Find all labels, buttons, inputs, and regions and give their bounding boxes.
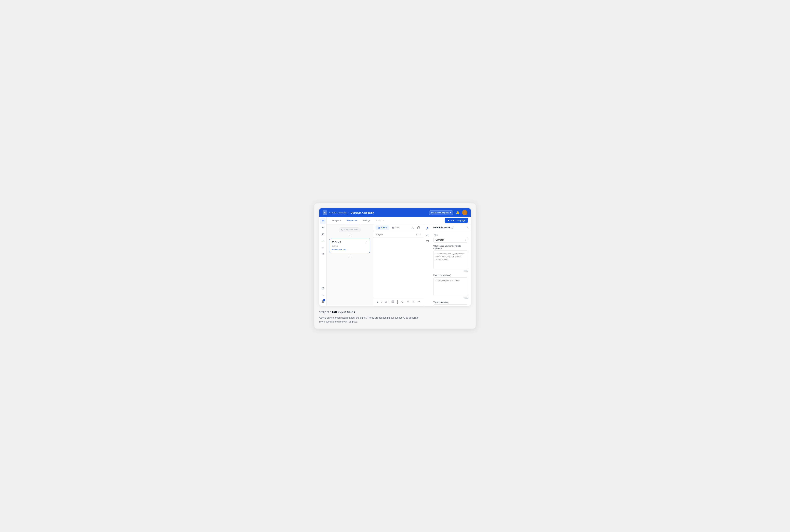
- svg-rect-25: [426, 241, 429, 242]
- tab-settings[interactable]: Settings: [360, 217, 373, 224]
- sidebar-item-chart[interactable]: [320, 245, 326, 250]
- side-icon-magic[interactable]: [425, 225, 430, 231]
- side-icon-person[interactable]: [425, 232, 430, 238]
- below-description: User's enter certain details about the e…: [319, 316, 421, 324]
- pain-point-textarea[interactable]: [433, 278, 468, 296]
- toolbar-italic[interactable]: I: [380, 300, 383, 304]
- svg-point-1: [463, 213, 466, 215]
- breadcrumb-arrow: ›: [349, 211, 350, 214]
- sidebar-item-clock[interactable]: [320, 285, 326, 291]
- breadcrumb-parent[interactable]: Create Campaign: [329, 211, 347, 214]
- sidebar-item-send[interactable]: [320, 225, 326, 231]
- sidebar-item-user-plus[interactable]: [320, 292, 326, 298]
- svg-point-0: [464, 211, 466, 213]
- tab-analytics: Analytics: [373, 217, 387, 224]
- svg-point-17: [412, 227, 413, 228]
- panel-editor: Editor Test: [373, 224, 424, 306]
- sidebar-item-users[interactable]: [320, 231, 326, 237]
- content-area: Prospects Sequences Settings Analytics: [326, 217, 471, 306]
- editor-subject-row: { } ⧉: [373, 231, 424, 238]
- editor-tabs: Editor Test: [373, 224, 424, 231]
- avatar: [462, 210, 467, 215]
- sequence-start: Sequence Start: [339, 227, 361, 232]
- app-window: Create Campaign › Outreach Campaign Dave…: [319, 208, 471, 306]
- start-campaign-button[interactable]: Start Campaign: [445, 218, 468, 223]
- svg-point-3: [322, 233, 323, 234]
- pain-point-group: Pain point (optional) 0/600: [433, 274, 468, 299]
- side-icon-chat[interactable]: [425, 239, 430, 245]
- sidebar-bottom: 8: [320, 285, 326, 304]
- editor-copy-btn[interactable]: [416, 225, 421, 230]
- outer-wrapper: Create Campaign › Outreach Campaign Dave…: [314, 203, 476, 329]
- step-1-delete[interactable]: [365, 241, 368, 244]
- header-right: Dave's Workspace ▾ 🔔: [429, 210, 467, 215]
- svg-rect-14: [332, 241, 334, 243]
- toolbar-font[interactable]: A: [384, 300, 388, 304]
- svg-rect-19: [417, 227, 419, 229]
- workspace-label: Dave's Workspace: [431, 211, 449, 214]
- toolbar-code[interactable]: <>: [417, 300, 421, 303]
- toolbar-table[interactable]: [391, 300, 395, 304]
- generate-close-button[interactable]: ×: [466, 226, 468, 229]
- editor-body[interactable]: [373, 238, 424, 298]
- badge-count: 8: [323, 299, 325, 302]
- toolbar-link[interactable]: [411, 300, 416, 304]
- sidebar-item-inbox[interactable]: [320, 238, 326, 244]
- add-step-top[interactable]: +: [348, 233, 352, 237]
- step-1-subject: Subject: [332, 245, 368, 247]
- sidebar-item-settings[interactable]: [320, 251, 326, 257]
- main-layout: 8 Prospects Sequences Settings: [319, 217, 471, 306]
- panel-sequence: Sequence Start +: [326, 224, 373, 306]
- toolbar-person[interactable]: [406, 300, 410, 304]
- step-1-ab-test[interactable]: + + Add A/B Test: [332, 248, 368, 251]
- editor-personalize-btn[interactable]: [410, 225, 415, 230]
- include-textarea[interactable]: [433, 250, 468, 269]
- tabs-bar: Prospects Sequences Settings Analytics: [326, 217, 471, 224]
- breadcrumb-current: Outreach Campaign: [351, 211, 374, 214]
- svg-marker-12: [448, 220, 449, 221]
- svg-point-28: [452, 227, 452, 227]
- type-label: Type: [433, 234, 468, 236]
- subject-input[interactable]: [376, 233, 416, 236]
- editor-subject-icons: { } ⧉: [416, 233, 421, 236]
- sidebar-item-badge[interactable]: 8: [320, 299, 326, 304]
- toolbar-bold[interactable]: B: [376, 300, 379, 304]
- notification-bell[interactable]: 🔔: [455, 210, 460, 215]
- pain-point-char-count: 0/600: [433, 297, 468, 299]
- toolbar-loop[interactable]: [400, 300, 405, 304]
- step-1-title: Step 1: [332, 241, 341, 243]
- side-icons: [424, 224, 431, 306]
- workspace-button[interactable]: Dave's Workspace ▾: [429, 210, 453, 215]
- tab-prospects[interactable]: Prospects: [329, 217, 344, 224]
- editor-tab-test[interactable]: Test: [390, 225, 401, 230]
- type-group: Type Outreach: [433, 234, 468, 243]
- generate-body: Type Outreach What should your email inc…: [431, 231, 471, 306]
- add-step-bottom[interactable]: +: [348, 254, 352, 258]
- svg-point-6: [322, 254, 323, 254]
- logo: [323, 210, 327, 215]
- svg-point-24: [427, 234, 428, 235]
- sidebar-icons: 8: [319, 217, 326, 306]
- subject-brackets-icon: { }: [416, 233, 418, 236]
- panels: Sequence Start +: [326, 224, 471, 306]
- step-1-header: Step 1: [332, 241, 368, 244]
- editor-icons-right: [410, 225, 421, 230]
- tab-sequences[interactable]: Sequences: [344, 217, 360, 224]
- below-title: Step 2 : Fill input fields: [319, 310, 471, 314]
- pain-point-label: Pain point (optional): [433, 274, 468, 277]
- svg-rect-2: [322, 220, 324, 222]
- sidebar-item-mail[interactable]: [320, 218, 326, 224]
- editor-tab-editor[interactable]: Editor: [376, 225, 389, 230]
- value-prop-group: Value proposition: [433, 301, 468, 306]
- toolbar-brackets[interactable]: { }: [396, 299, 399, 304]
- generate-title: Generate email: [433, 226, 453, 229]
- type-select-wrapper: Outreach: [433, 237, 468, 243]
- svg-point-23: [408, 301, 409, 302]
- header: Create Campaign › Outreach Campaign Dave…: [319, 208, 471, 217]
- value-prop-input[interactable]: [433, 304, 468, 306]
- step-1-card: Step 1 Subject +: [329, 239, 370, 253]
- workspace-dropdown-icon: ▾: [450, 211, 451, 214]
- type-select[interactable]: Outreach: [433, 237, 468, 243]
- editor-toolbar: B I A { }: [373, 298, 424, 306]
- include-group: What should your email include (optional…: [433, 245, 468, 272]
